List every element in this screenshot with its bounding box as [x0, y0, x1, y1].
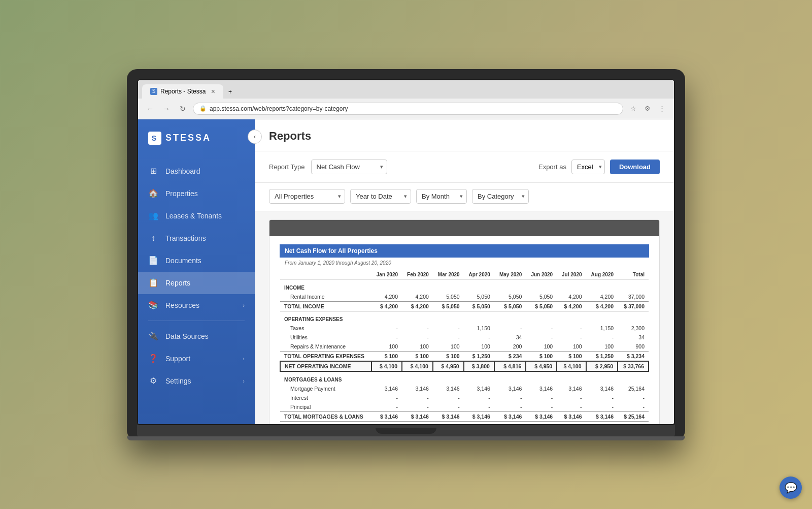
- documents-icon: 📄: [148, 256, 158, 266]
- new-tab-button[interactable]: +: [223, 85, 239, 99]
- sidebar-item-label: Properties: [165, 189, 198, 198]
- chat-button[interactable]: 💬: [780, 476, 802, 499]
- leases-icon: 👥: [148, 211, 158, 221]
- table-row: Mortgage Payment 3,146 3,146 3,146 3,146…: [280, 384, 649, 393]
- support-icon: ❓: [148, 354, 158, 364]
- tab-title: Reports - Stessa: [160, 88, 206, 95]
- laptop-bottom: [127, 436, 685, 440]
- total-opex-row: TOTAL OPERATING EXPENSES $ 100 $ 100 $ 1…: [280, 351, 649, 361]
- sidebar-item-label: Data Sources: [165, 332, 209, 340]
- sidebar-divider: [148, 321, 245, 321]
- total-mortgages-row: TOTAL MORTGAGES & LOANS $ 3,146 $ 3,146 …: [280, 411, 649, 421]
- col-header-total: Total: [618, 270, 649, 280]
- row-label: Repairs & Maintenance: [280, 342, 371, 352]
- report-type-select[interactable]: Net Cash Flow: [311, 160, 387, 174]
- menu-button[interactable]: ⋮: [656, 103, 668, 115]
- dashboard-icon: ⊞: [148, 166, 158, 176]
- extensions-button[interactable]: ⚙: [641, 103, 654, 115]
- page-title: Reports: [269, 130, 660, 151]
- sidebar-collapse-button[interactable]: ‹: [248, 130, 262, 144]
- sidebar-item-label: Support: [165, 355, 190, 363]
- sidebar-item-data-sources[interactable]: 🔌 Data Sources: [138, 325, 255, 347]
- table-row: Taxes - - - 1,150 - - - 1,150: [280, 324, 649, 333]
- chevron-right-icon: ›: [243, 356, 245, 362]
- sidebar-item-label: Transactions: [165, 234, 206, 242]
- chevron-right-icon: ›: [243, 378, 245, 384]
- sidebar-item-resources[interactable]: 📚 Resources ›: [138, 294, 255, 316]
- col-header-jun: Jun 2020: [526, 270, 557, 280]
- sidebar-item-reports[interactable]: 📋 Reports: [138, 272, 255, 294]
- col-header-aug: Aug 2020: [586, 270, 618, 280]
- report-table: Jan 2020 Feb 2020 Mar 2020 Apr 2020 May …: [280, 270, 649, 424]
- sidebar-item-transactions[interactable]: ↕ Transactions: [138, 227, 255, 249]
- report-container: Net Cash Flow for All Properties From Ja…: [269, 219, 660, 424]
- sidebar-item-dashboard[interactable]: ⊞ Dashboard: [138, 160, 255, 182]
- period-filter-select[interactable]: Year to Date: [350, 189, 411, 204]
- bookmark-button[interactable]: ☆: [627, 103, 639, 115]
- url-text: app.stessa.com/web/reports?category=by-c…: [210, 105, 348, 112]
- col-header-mar: Mar 2020: [433, 270, 464, 280]
- properties-icon: 🏠: [148, 188, 158, 199]
- col-header-jul: Jul 2020: [557, 270, 586, 280]
- sidebar-item-leases[interactable]: 👥 Leases & Tenants: [138, 205, 255, 227]
- table-row: Repairs & Maintenance 100 100 100 100 20…: [280, 342, 649, 352]
- row-label: Debt Service Coverage Ratio: [280, 421, 371, 424]
- report-type-select-wrapper: Net Cash Flow: [311, 160, 387, 174]
- sidebar-item-label: Dashboard: [165, 167, 200, 175]
- page-header: Reports: [255, 119, 674, 151]
- sidebar-item-settings[interactable]: ⚙ Settings ›: [138, 370, 255, 392]
- col-header-label: [280, 270, 371, 280]
- export-format-select[interactable]: Excel: [571, 160, 605, 174]
- app-logo: S STESSA: [138, 119, 255, 155]
- period-filter-wrapper: Year to Date: [350, 189, 411, 204]
- section-opex-header: OPERATING EXPENSES: [280, 311, 649, 324]
- table-row: Utilities - - - - 34 - - -: [280, 333, 649, 342]
- tab-close-button[interactable]: ×: [211, 87, 215, 96]
- net-operating-income-row: NET OPERATING INCOME $ 4,100 $ 4,100 $ 4…: [280, 361, 649, 371]
- export-select-wrapper: Excel: [571, 160, 605, 174]
- export-label: Export as: [538, 163, 566, 171]
- row-label: Utilities: [280, 333, 371, 342]
- table-row: Rental Income 4,200 4,200 5,050 5,050 5,…: [280, 292, 649, 302]
- browser-tab-active[interactable]: S Reports - Stessa ×: [142, 84, 223, 99]
- sidebar: ‹ S STESSA ⊞ Dashboard 🏠 Properties: [138, 119, 255, 424]
- laptop-notch: [376, 428, 436, 434]
- sidebar-item-properties[interactable]: 🏠 Properties: [138, 182, 255, 205]
- row-label: Mortgage Payment: [280, 384, 371, 393]
- logo-text: STESSA: [165, 133, 211, 143]
- sidebar-item-label: Resources: [165, 301, 199, 309]
- reload-button[interactable]: ↻: [177, 103, 189, 115]
- ssl-lock-icon: 🔒: [199, 105, 207, 112]
- table-row: Debt Service Coverage Ratio 1.30x 1.30x …: [280, 421, 649, 424]
- col-header-jan: Jan 2020: [371, 270, 402, 280]
- download-button[interactable]: Download: [610, 160, 660, 174]
- sidebar-item-support[interactable]: ❓ Support ›: [138, 347, 255, 370]
- table-row: Principal - - - - - - - -: [280, 402, 649, 412]
- category-filter-select[interactable]: By Category: [472, 189, 529, 204]
- report-area: Net Cash Flow for All Properties From Ja…: [255, 211, 674, 424]
- browser-chrome: S Reports - Stessa × + ← → ↻ 🔒 app.stess…: [138, 80, 674, 119]
- row-label: Interest: [280, 393, 371, 402]
- address-bar[interactable]: 🔒 app.stessa.com/web/reports?category=by…: [193, 103, 623, 115]
- section-income-header: INCOME: [280, 279, 649, 292]
- row-label: TOTAL OPERATING EXPENSES: [280, 351, 371, 361]
- resources-icon: 📚: [148, 300, 158, 310]
- row-label: Rental Income: [280, 292, 371, 302]
- category-filter-wrapper: By Category: [472, 189, 529, 204]
- grouping-filter-select[interactable]: By Month: [416, 189, 467, 204]
- sidebar-item-documents[interactable]: 📄 Documents: [138, 249, 255, 272]
- col-header-apr: Apr 2020: [464, 270, 494, 280]
- report-header-bar: [269, 220, 659, 236]
- forward-button[interactable]: →: [160, 103, 173, 115]
- row-label: NET OPERATING INCOME: [280, 361, 371, 371]
- back-button[interactable]: ←: [144, 103, 156, 115]
- table-row: Interest - - - - - - - -: [280, 393, 649, 402]
- report-doc-title: Net Cash Flow for All Properties: [280, 244, 649, 258]
- report-type-label: Report Type: [269, 163, 305, 171]
- sidebar-item-label: Reports: [165, 279, 190, 287]
- sidebar-item-label: Documents: [165, 257, 201, 265]
- reports-icon: 📋: [148, 278, 158, 288]
- settings-icon: ⚙: [148, 376, 158, 386]
- property-filter-select[interactable]: All Properties: [269, 189, 345, 204]
- row-label: TOTAL MORTGAGES & LOANS: [280, 411, 371, 421]
